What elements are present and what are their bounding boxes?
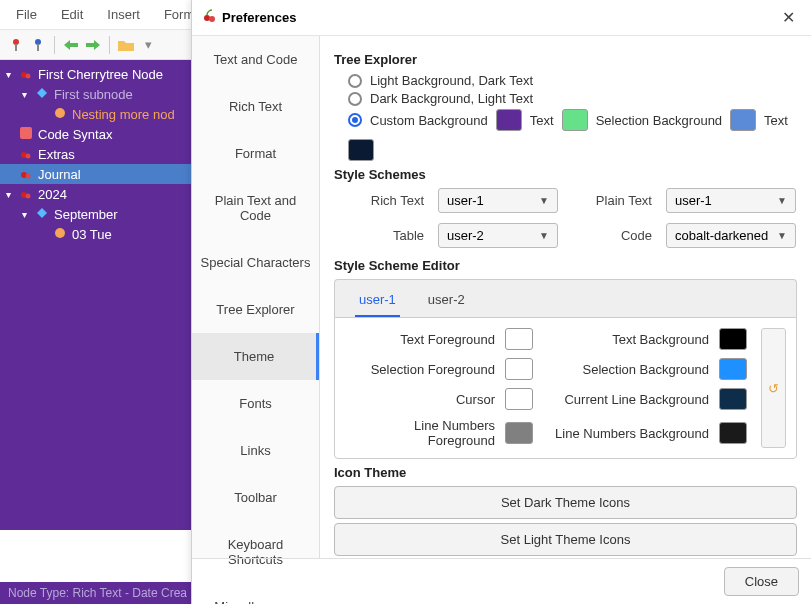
color-swatch[interactable] xyxy=(719,422,747,444)
code-combo[interactable]: cobalt-darkened▼ xyxy=(666,223,796,248)
dialog-titlebar: Preferences ✕ xyxy=(192,0,811,36)
svg-rect-3 xyxy=(37,44,39,51)
chevron-down-icon: ▼ xyxy=(777,195,787,206)
tab-user-1[interactable]: user-1 xyxy=(355,288,400,317)
menu-file[interactable]: File xyxy=(6,4,47,25)
section-style-schemes: Style Schemes xyxy=(334,167,797,182)
close-button[interactable]: Close xyxy=(724,567,799,596)
section-tree-explorer: Tree Explorer xyxy=(334,52,797,67)
editor-label: Line Numbers Background xyxy=(549,426,709,441)
dialog-title: Preferences xyxy=(222,10,296,25)
category-links[interactable]: Links xyxy=(192,427,319,474)
rich-text-combo[interactable]: user-1▼ xyxy=(438,188,558,213)
forward-icon[interactable] xyxy=(85,37,101,53)
chevron-down-icon: ▼ xyxy=(539,195,549,206)
color-swatch[interactable] xyxy=(719,328,747,350)
dialog-footer: Close xyxy=(192,558,811,604)
category-rich-text[interactable]: Rich Text xyxy=(192,83,319,130)
text-label: Text xyxy=(530,113,554,128)
close-icon[interactable]: ✕ xyxy=(776,6,801,29)
cherry-red-icon xyxy=(20,67,34,81)
reset-scheme-button[interactable]: ↺ xyxy=(761,328,786,448)
toolbar-separator xyxy=(109,36,110,54)
radio-dark-bg[interactable] xyxy=(348,92,362,106)
editor-label: Cursor xyxy=(345,392,495,407)
collapse-icon[interactable]: ▾ xyxy=(6,69,16,80)
tree-item-label: 2024 xyxy=(38,187,67,202)
code-label: Code xyxy=(572,228,652,243)
section-icon-theme: Icon Theme xyxy=(334,465,797,480)
reset-icon: ↺ xyxy=(768,381,779,396)
category-text-and-code[interactable]: Text and Code xyxy=(192,36,319,83)
code-pink-icon xyxy=(20,127,34,141)
diamond-blue-icon xyxy=(36,87,50,101)
tab-user-2[interactable]: user-2 xyxy=(424,288,469,317)
text-color-swatch[interactable] xyxy=(562,109,588,131)
svg-point-16 xyxy=(209,16,215,22)
sel-bg-swatch[interactable] xyxy=(730,109,756,131)
color-swatch[interactable] xyxy=(505,358,533,380)
tree-item-label: First Cherrytree Node xyxy=(38,67,163,82)
tree-item-label: Journal xyxy=(38,167,81,182)
radio-custom-bg[interactable] xyxy=(348,113,362,127)
sel-text-swatch[interactable] xyxy=(348,139,374,161)
menu-insert[interactable]: Insert xyxy=(97,4,150,25)
custom-bg-swatch[interactable] xyxy=(496,109,522,131)
color-swatch[interactable] xyxy=(505,328,533,350)
category-toolbar[interactable]: Toolbar xyxy=(192,474,319,521)
svg-point-14 xyxy=(55,228,65,238)
color-swatch[interactable] xyxy=(719,388,747,410)
category-theme[interactable]: Theme xyxy=(192,333,319,380)
table-combo[interactable]: user-2▼ xyxy=(438,223,558,248)
chevron-down-icon: ▼ xyxy=(539,230,549,241)
collapse-icon[interactable]: ▾ xyxy=(22,89,32,100)
plain-text-label: Plain Text xyxy=(572,193,652,208)
chevron-down-icon: ▼ xyxy=(777,230,787,241)
set-dark-icons-button[interactable]: Set Dark Theme Icons xyxy=(334,486,797,519)
tree-item-label: 03 Tue xyxy=(72,227,112,242)
svg-point-5 xyxy=(26,74,31,79)
radio-light-bg[interactable] xyxy=(348,74,362,88)
toolbar-separator xyxy=(54,36,55,54)
category-fonts[interactable]: Fonts xyxy=(192,380,319,427)
tree-item-label: Code Syntax xyxy=(38,127,112,142)
category-tree-explorer[interactable]: Tree Explorer xyxy=(192,286,319,333)
plain-text-combo[interactable]: user-1▼ xyxy=(666,188,796,213)
chevron-down-icon[interactable]: ▾ xyxy=(140,37,156,53)
category-format[interactable]: Format xyxy=(192,130,319,177)
folder-icon[interactable] xyxy=(118,37,134,53)
cherry-icon xyxy=(202,9,216,26)
pin-red-icon[interactable] xyxy=(8,37,24,53)
tree-item-label: Nesting more nod xyxy=(72,107,175,122)
color-swatch[interactable] xyxy=(505,422,533,444)
svg-point-6 xyxy=(55,108,65,118)
sel-text-label: Text xyxy=(764,113,788,128)
radio-label: Light Background, Dark Text xyxy=(370,73,533,88)
collapse-icon[interactable]: ▾ xyxy=(6,189,16,200)
sphere-orange-icon xyxy=(54,107,68,121)
color-swatch[interactable] xyxy=(719,358,747,380)
cherry-red-icon xyxy=(20,167,34,181)
svg-point-11 xyxy=(26,174,31,179)
editor-label: Selection Foreground xyxy=(345,362,495,377)
section-style-editor: Style Scheme Editor xyxy=(334,258,797,273)
cherry-red-icon xyxy=(20,147,34,161)
category-plain-text-and-code[interactable]: Plain Text and Code xyxy=(192,177,319,239)
collapse-icon[interactable]: ▾ xyxy=(22,209,32,220)
category-special-characters[interactable]: Special Characters xyxy=(192,239,319,286)
editor-label: Current Line Background xyxy=(549,392,709,407)
radio-label: Custom Background xyxy=(370,113,488,128)
radio-label: Dark Background, Light Text xyxy=(370,91,533,106)
svg-point-9 xyxy=(26,154,31,159)
tree-item-label: September xyxy=(54,207,118,222)
theme-panel: Tree Explorer Light Background, Dark Tex… xyxy=(320,36,811,558)
set-light-icons-button[interactable]: Set Light Theme Icons xyxy=(334,523,797,556)
back-icon[interactable] xyxy=(63,37,79,53)
color-swatch[interactable] xyxy=(505,388,533,410)
svg-rect-1 xyxy=(15,44,17,51)
menu-edit[interactable]: Edit xyxy=(51,4,93,25)
pin-blue-icon[interactable] xyxy=(30,37,46,53)
sphere-orange-icon xyxy=(54,227,68,241)
sel-bg-label: Selection Background xyxy=(596,113,722,128)
rich-text-label: Rich Text xyxy=(334,193,424,208)
